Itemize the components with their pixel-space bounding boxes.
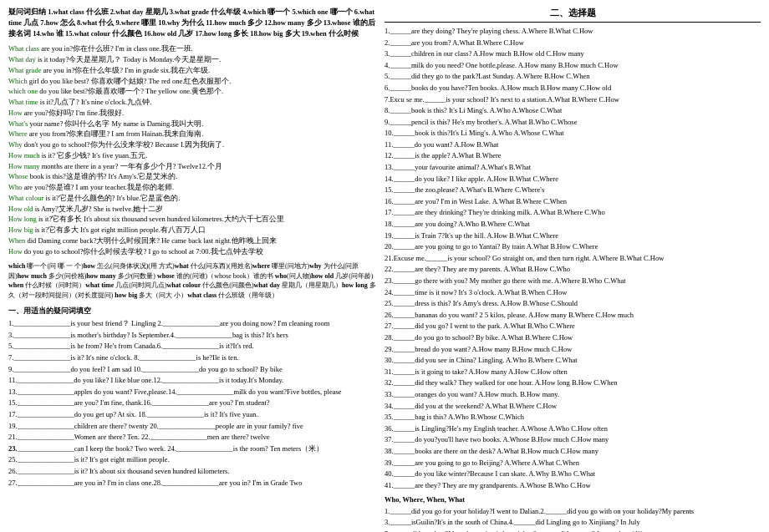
choice-item: 11.______do you want? A.How B.What [384, 139, 761, 151]
qa-item: Who are you?你是谁? I am your teacher.我是你的老… [8, 182, 376, 193]
choice-item: 15.______the zoo,please? A.What's B.Wher… [384, 185, 761, 196]
choice-item: 13.______your favourite animal? A.What's… [384, 162, 761, 174]
qa-item: When did Daming come back?大明什么时候回来? He c… [8, 236, 376, 246]
right-section-title: 二、选择题 [384, 7, 761, 23]
fill-item: 11.________________do you like? I like b… [8, 375, 376, 387]
choice-item: 24.______time is it now? It's 3 o'clock.… [384, 287, 761, 299]
choice-item: 40.______do you like winter?Because I ca… [384, 469, 761, 480]
choice-item: 9.______pencil is this? He's my brother'… [384, 117, 761, 129]
fill-item: 27.________________are you in? I'm in cl… [8, 478, 376, 489]
choice-item: 29.______bread do you want? A.How many B… [384, 344, 761, 356]
qa-item: How old is Amy?艾米几岁? She is twelve.她十二岁 [8, 204, 376, 215]
fill-item: 13.________________apples do you want? F… [8, 387, 376, 398]
qa-item: How big is it?它有多大 It's got eight millio… [8, 225, 376, 236]
choice-item: 3.______children in our class? A.How muc… [384, 48, 761, 60]
choice-item: 30.______did you see in China? Lingling.… [384, 355, 761, 367]
fill-section: 一、用适当的疑问词填空 1.________________is your be… [8, 306, 376, 489]
choice-item: 35.______bag is this? A.Who B.Whose C.Wh… [384, 412, 761, 423]
choice-item: 1.______are they doing? They're playing … [384, 26, 761, 38]
choice-item: 23.______go there with you? My mother go… [384, 276, 761, 287]
choice-item: 31.______is it going to take? A.How many… [384, 367, 761, 378]
qa-item: Whose book is this?这是谁的书? It's Amy's.它是艾… [8, 171, 376, 182]
qa-item: What's your name? 你叫什么名字 My name is Dami… [8, 119, 376, 129]
choice-item: 8.______book is this? It's Li Ming's. A.… [384, 105, 761, 117]
qa-item: What grade are you in?你在什么年级? I'm in gra… [8, 65, 376, 76]
qa-item: What day is it today?今天是星期几？ Today is Mo… [8, 54, 376, 65]
qa-item: Why don't you go to school?你为什么没来学校? Bec… [8, 139, 376, 150]
bottom-item: 5.______did you buy?I bought a pair of c… [384, 529, 761, 532]
fill-item: 19.________________children are there? t… [8, 421, 376, 433]
qa-item: What time is it?几点了? It's nine o'clock.九… [8, 97, 376, 108]
fill-item: 25.________________is it? It's got eight… [8, 454, 376, 466]
choice-item: 28.______do you go to school? By bike. A… [384, 332, 761, 344]
qa-item: Where are you from?你来自哪里? I am from Hain… [8, 129, 376, 139]
choice-item: 20.______are you going to go to Yantai? … [384, 241, 761, 253]
page-container: 疑问词归纳 1.what class 什么班 2.what day 星期几 3.… [8, 7, 761, 532]
fill-item: 17.________________do you get up? At six… [8, 409, 376, 421]
choice-item: 26.______bananas do you want? 2 5 kilos,… [384, 310, 761, 322]
choice-item: 10.______book is this?It's Li Ming's. A.… [384, 128, 761, 139]
fill-item: 5.________________is he from? He's from … [8, 341, 376, 352]
choice-item: 37.______do you?you'll have two books. A… [384, 434, 761, 446]
choice-item: 5.______did they go to the park?Last Sun… [384, 71, 761, 83]
fill-item: 21.________________Women are there? Ten.… [8, 432, 376, 443]
fill-item: 15.________________are you? I'm fine, th… [8, 398, 376, 409]
fill-item: 7.________________is it? It's nine o'clo… [8, 352, 376, 364]
bottom-item: 3.______isGuilin?It's in the south of Ch… [384, 517, 761, 529]
bottom-item: 1.______did you go for your holiday?I we… [384, 506, 761, 518]
choice-item: 36.______is Lingling?He's my English tea… [384, 423, 761, 435]
fill-item: 3.________________is mother's birthday? … [8, 330, 376, 342]
fill-item: 1.________________is your best friend？ L… [8, 318, 376, 330]
grammar-section: which 哪一个(问 哪 一 个)how 怎么(问身体状况)(用 方式)wha… [8, 261, 376, 300]
fill-item: 26.________________is it? It's about six… [8, 466, 376, 478]
fill-title: 一、用适当的疑问词填空 [8, 306, 376, 317]
choice-item: 38.______books are there on the desk? A.… [384, 446, 761, 458]
choice-item: 14.______do you like? I like apple. A.Ho… [384, 174, 761, 185]
choice-section: 1.______are they doing? They're playing … [384, 26, 761, 491]
qa-item: How much is it? 它多少钱? It's five yuan.五元. [8, 150, 376, 161]
qa-item: Which girl do you like best? 你喜欢哪个姑娘? Th… [8, 76, 376, 87]
choice-item: 32.______did they walk? They walked for … [384, 377, 761, 389]
vocab-intro-text: 疑问词归纳 1.what class 什么班 2.what day 星期几 3.… [8, 7, 376, 38]
qa-item: How many months are there in a year? 一年有… [8, 161, 376, 172]
right-column: 二、选择题 1.______are they doing? They're pl… [384, 7, 761, 532]
qa-item: How are you?你好吗? I'm fine.我很好. [8, 108, 376, 119]
choice-item: 17.______are they drinking? They're drin… [384, 207, 761, 219]
choice-item: 39.______are you going to go to Beijing?… [384, 458, 761, 469]
choice-item: 34.______did you at the weekend? A.What … [384, 401, 761, 413]
choice-item: 18.______are you doing? A.Who B.Where C.… [384, 219, 761, 231]
bottom-title: Who, Where, When, What [384, 494, 761, 506]
qa-item: How do you go to school?你什么时候去学校? I go t… [8, 246, 376, 257]
qa-section: What class are you in?你在什么班? I'm in clas… [8, 43, 376, 256]
choice-item: 22.______are they? They are my parents. … [384, 264, 761, 276]
bottom-section: Who, Where, When, What 1.______did you g… [384, 494, 761, 532]
choice-item: 12.______is the apple? A.What B.Where [384, 150, 761, 162]
left-column: 疑问词归纳 1.what class 什么班 2.what day 星期几 3.… [8, 7, 376, 532]
grammar-text: which 哪一个(问 哪 一 个)how 怎么(问身体状况)(用 方式)wha… [8, 261, 376, 300]
choice-item: 27.______did you go? I went to the park.… [384, 321, 761, 332]
choice-item: 19.______is Train 7?It's up the hill. A.… [384, 231, 761, 242]
qa-item: How long is it?它有多长 It's about six thous… [8, 214, 376, 225]
qa-item: What colour is it?它是什么颜色的? It's blue.它是蓝… [8, 193, 376, 204]
choice-item: 7.Excu se me.______is your school? It's … [384, 94, 761, 106]
choice-item: 33.______oranges do you want? A.How much… [384, 389, 761, 401]
choice-item: 16.______are you? I'm in West Lake. A.Wh… [384, 196, 761, 208]
vocab-intro-section: 疑问词归纳 1.what class 什么班 2.what day 星期几 3.… [8, 7, 376, 38]
qa-item: What class are you in?你在什么班? I'm in clas… [8, 43, 376, 54]
choice-item: 4.______milk do you need? One bottle,ple… [384, 60, 761, 72]
fill-item: 23.________________can I keep the book? … [8, 443, 376, 455]
choice-item: 2.______are you from? A.What B.Where C.H… [384, 38, 761, 49]
choice-item: 21.Excuse me.______is your school? Go st… [384, 253, 761, 265]
choice-item: 25.______dress is this? It's Amy's dress… [384, 298, 761, 310]
choice-item: 41.______are they? They are my grandpare… [384, 480, 761, 492]
qa-item: which one do you like best?你最喜欢哪一个? The … [8, 86, 376, 97]
choice-item: 6.______books do you have?Ten books. A.H… [384, 83, 761, 94]
fill-item: 9.________________do you feel? I am sad … [8, 364, 376, 376]
